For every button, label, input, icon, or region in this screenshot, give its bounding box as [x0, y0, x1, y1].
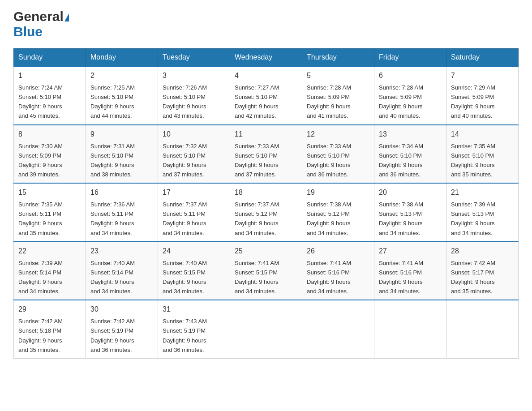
day-info: Sunrise: 7:41 AMSunset: 5:16 PMDaylight:…	[379, 260, 423, 295]
calendar-day-cell: 24 Sunrise: 7:40 AMSunset: 5:15 PMDaylig…	[158, 242, 230, 300]
day-info: Sunrise: 7:35 AMSunset: 5:10 PMDaylight:…	[451, 143, 495, 178]
day-info: Sunrise: 7:40 AMSunset: 5:15 PMDaylight:…	[163, 260, 207, 295]
day-info: Sunrise: 7:40 AMSunset: 5:14 PMDaylight:…	[90, 260, 135, 295]
calendar-day-cell: 19 Sunrise: 7:38 AMSunset: 5:12 PMDaylig…	[302, 183, 374, 242]
weekday-header-saturday: Saturday	[446, 49, 519, 67]
day-info: Sunrise: 7:39 AMSunset: 5:13 PMDaylight:…	[451, 201, 495, 236]
day-number: 18	[235, 187, 297, 198]
calendar-day-cell: 17 Sunrise: 7:37 AMSunset: 5:11 PMDaylig…	[158, 183, 230, 242]
weekday-header-sunday: Sunday	[14, 49, 86, 67]
logo-general-text: General	[13, 9, 64, 24]
calendar-day-cell: 10 Sunrise: 7:32 AMSunset: 5:10 PMDaylig…	[158, 125, 230, 184]
day-info: Sunrise: 7:42 AMSunset: 5:19 PMDaylight:…	[90, 318, 135, 353]
calendar-day-cell: 3 Sunrise: 7:26 AMSunset: 5:10 PMDayligh…	[158, 66, 230, 125]
empty-calendar-cell	[302, 300, 374, 358]
weekday-header-tuesday: Tuesday	[158, 49, 230, 67]
day-number: 9	[90, 129, 153, 140]
logo-general-row: General	[13, 9, 69, 24]
day-info: Sunrise: 7:42 AMSunset: 5:18 PMDaylight:…	[18, 318, 63, 353]
day-number: 7	[451, 70, 514, 81]
day-info: Sunrise: 7:35 AMSunset: 5:11 PMDaylight:…	[18, 201, 63, 236]
day-number: 30	[90, 304, 153, 315]
calendar-day-cell: 5 Sunrise: 7:28 AMSunset: 5:09 PMDayligh…	[302, 66, 374, 125]
calendar-day-cell: 13 Sunrise: 7:34 AMSunset: 5:10 PMDaylig…	[374, 125, 446, 184]
day-number: 24	[163, 246, 225, 257]
day-number: 20	[379, 187, 442, 198]
calendar-day-cell: 21 Sunrise: 7:39 AMSunset: 5:13 PMDaylig…	[446, 183, 519, 242]
day-number: 3	[163, 70, 225, 81]
day-info: Sunrise: 7:33 AMSunset: 5:10 PMDaylight:…	[235, 143, 279, 178]
day-number: 11	[235, 129, 297, 140]
day-number: 1	[18, 70, 81, 81]
day-number: 6	[379, 70, 442, 81]
calendar-week-row: 8 Sunrise: 7:30 AMSunset: 5:09 PMDayligh…	[14, 125, 519, 184]
calendar-day-cell: 15 Sunrise: 7:35 AMSunset: 5:11 PMDaylig…	[14, 183, 86, 242]
day-info: Sunrise: 7:28 AMSunset: 5:09 PMDaylight:…	[379, 84, 423, 119]
calendar-day-cell: 26 Sunrise: 7:41 AMSunset: 5:16 PMDaylig…	[302, 242, 374, 300]
calendar-day-cell: 23 Sunrise: 7:40 AMSunset: 5:14 PMDaylig…	[86, 242, 158, 300]
day-number: 16	[90, 187, 153, 198]
empty-calendar-cell	[374, 300, 446, 358]
day-number: 28	[451, 246, 514, 257]
day-info: Sunrise: 7:25 AMSunset: 5:10 PMDaylight:…	[90, 84, 135, 119]
day-info: Sunrise: 7:34 AMSunset: 5:10 PMDaylight:…	[379, 143, 423, 178]
day-number: 19	[307, 187, 369, 198]
calendar-week-row: 15 Sunrise: 7:35 AMSunset: 5:11 PMDaylig…	[14, 183, 519, 242]
calendar-week-row: 1 Sunrise: 7:24 AMSunset: 5:10 PMDayligh…	[14, 66, 519, 125]
day-number: 8	[18, 129, 81, 140]
day-info: Sunrise: 7:31 AMSunset: 5:10 PMDaylight:…	[90, 143, 135, 178]
calendar-day-cell: 2 Sunrise: 7:25 AMSunset: 5:10 PMDayligh…	[86, 66, 158, 125]
day-info: Sunrise: 7:27 AMSunset: 5:10 PMDaylight:…	[235, 84, 279, 119]
calendar-table: SundayMondayTuesdayWednesdayThursdayFrid…	[13, 48, 519, 359]
weekday-header-row: SundayMondayTuesdayWednesdayThursdayFrid…	[14, 49, 519, 67]
logo-blue-text: Blue	[13, 24, 43, 39]
empty-calendar-cell	[446, 300, 519, 358]
day-info: Sunrise: 7:42 AMSunset: 5:17 PMDaylight:…	[451, 260, 495, 295]
day-number: 25	[235, 246, 297, 257]
calendar-day-cell: 25 Sunrise: 7:41 AMSunset: 5:15 PMDaylig…	[230, 242, 302, 300]
day-number: 27	[379, 246, 442, 257]
weekday-header-thursday: Thursday	[302, 49, 374, 67]
page-header: General Blue	[13, 9, 519, 39]
weekday-header-monday: Monday	[86, 49, 158, 67]
weekday-header-wednesday: Wednesday	[230, 49, 302, 67]
calendar-day-cell: 18 Sunrise: 7:37 AMSunset: 5:12 PMDaylig…	[230, 183, 302, 242]
calendar-week-row: 29 Sunrise: 7:42 AMSunset: 5:18 PMDaylig…	[14, 300, 519, 358]
day-info: Sunrise: 7:39 AMSunset: 5:14 PMDaylight:…	[18, 260, 63, 295]
calendar-day-cell: 9 Sunrise: 7:31 AMSunset: 5:10 PMDayligh…	[86, 125, 158, 184]
day-info: Sunrise: 7:37 AMSunset: 5:12 PMDaylight:…	[235, 201, 279, 236]
day-info: Sunrise: 7:41 AMSunset: 5:15 PMDaylight:…	[235, 260, 279, 295]
day-number: 13	[379, 129, 442, 140]
calendar-day-cell: 31 Sunrise: 7:43 AMSunset: 5:19 PMDaylig…	[158, 300, 230, 358]
day-info: Sunrise: 7:30 AMSunset: 5:09 PMDaylight:…	[18, 143, 63, 178]
day-info: Sunrise: 7:38 AMSunset: 5:12 PMDaylight:…	[307, 201, 351, 236]
empty-calendar-cell	[230, 300, 302, 358]
calendar-day-cell: 1 Sunrise: 7:24 AMSunset: 5:10 PMDayligh…	[14, 66, 86, 125]
calendar-day-cell: 6 Sunrise: 7:28 AMSunset: 5:09 PMDayligh…	[374, 66, 446, 125]
day-info: Sunrise: 7:24 AMSunset: 5:10 PMDaylight:…	[18, 84, 63, 119]
calendar-day-cell: 30 Sunrise: 7:42 AMSunset: 5:19 PMDaylig…	[86, 300, 158, 358]
day-number: 12	[307, 129, 369, 140]
logo-triangle-icon	[64, 13, 69, 21]
day-number: 15	[18, 187, 81, 198]
day-number: 23	[90, 246, 153, 257]
day-info: Sunrise: 7:43 AMSunset: 5:19 PMDaylight:…	[163, 318, 207, 353]
calendar-day-cell: 4 Sunrise: 7:27 AMSunset: 5:10 PMDayligh…	[230, 66, 302, 125]
day-number: 5	[307, 70, 369, 81]
day-number: 4	[235, 70, 297, 81]
logo: General Blue	[13, 9, 69, 39]
calendar-day-cell: 20 Sunrise: 7:38 AMSunset: 5:13 PMDaylig…	[374, 183, 446, 242]
calendar-day-cell: 27 Sunrise: 7:41 AMSunset: 5:16 PMDaylig…	[374, 242, 446, 300]
calendar-day-cell: 29 Sunrise: 7:42 AMSunset: 5:18 PMDaylig…	[14, 300, 86, 358]
logo-blue-row: Blue	[13, 24, 43, 39]
day-info: Sunrise: 7:28 AMSunset: 5:09 PMDaylight:…	[307, 84, 351, 119]
calendar-day-cell: 28 Sunrise: 7:42 AMSunset: 5:17 PMDaylig…	[446, 242, 519, 300]
day-number: 14	[451, 129, 514, 140]
day-info: Sunrise: 7:32 AMSunset: 5:10 PMDaylight:…	[163, 143, 207, 178]
day-info: Sunrise: 7:29 AMSunset: 5:09 PMDaylight:…	[451, 84, 495, 119]
day-info: Sunrise: 7:33 AMSunset: 5:10 PMDaylight:…	[307, 143, 351, 178]
day-info: Sunrise: 7:38 AMSunset: 5:13 PMDaylight:…	[379, 201, 423, 236]
day-number: 31	[163, 304, 225, 315]
calendar-day-cell: 11 Sunrise: 7:33 AMSunset: 5:10 PMDaylig…	[230, 125, 302, 184]
day-number: 10	[163, 129, 225, 140]
